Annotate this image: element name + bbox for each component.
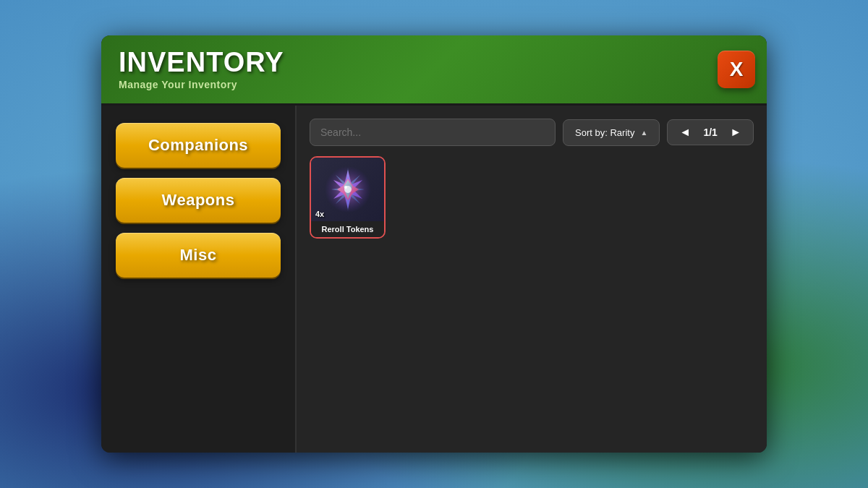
sort-button[interactable]: Sort by: Rarity ▲ xyxy=(563,119,660,146)
page-info: 1/1 xyxy=(699,127,721,138)
item-card-reroll-tokens[interactable]: 4x Reroll Tokens xyxy=(310,156,386,239)
toolbar: Sort by: Rarity ▲ ◄ 1/1 ► xyxy=(310,119,754,146)
reroll-token-icon xyxy=(323,164,373,215)
item-quantity: 4x xyxy=(315,210,324,218)
sidebar-item-misc[interactable]: Misc xyxy=(116,233,281,278)
svg-point-6 xyxy=(344,186,347,189)
modal-subtitle: Manage Your Inventory xyxy=(119,79,723,90)
item-image: 4x xyxy=(311,158,384,221)
items-grid: 4x Reroll Tokens xyxy=(310,156,754,239)
modal-body: Companions Weapons Misc Sort by: Rarity … xyxy=(101,106,767,453)
sort-arrow: ▲ xyxy=(640,129,647,137)
sidebar: Companions Weapons Misc xyxy=(101,106,297,453)
sidebar-item-companions[interactable]: Companions xyxy=(116,123,281,168)
modal-overlay: INVENTORY Manage Your Inventory X Compan… xyxy=(0,0,868,488)
search-input[interactable] xyxy=(310,119,556,146)
pagination: ◄ 1/1 ► xyxy=(667,119,754,145)
modal-header: INVENTORY Manage Your Inventory X xyxy=(101,35,767,106)
sort-label: Sort by: Rarity xyxy=(575,127,634,138)
item-label: Reroll Tokens xyxy=(311,221,384,237)
prev-page-button[interactable]: ◄ xyxy=(676,126,694,139)
sidebar-item-weapons[interactable]: Weapons xyxy=(116,178,281,223)
inventory-modal: INVENTORY Manage Your Inventory X Compan… xyxy=(101,35,767,453)
close-button[interactable]: X xyxy=(718,51,755,88)
content-area: Sort by: Rarity ▲ ◄ 1/1 ► xyxy=(297,106,767,453)
modal-title: INVENTORY xyxy=(119,48,723,76)
next-page-button[interactable]: ► xyxy=(727,126,744,139)
